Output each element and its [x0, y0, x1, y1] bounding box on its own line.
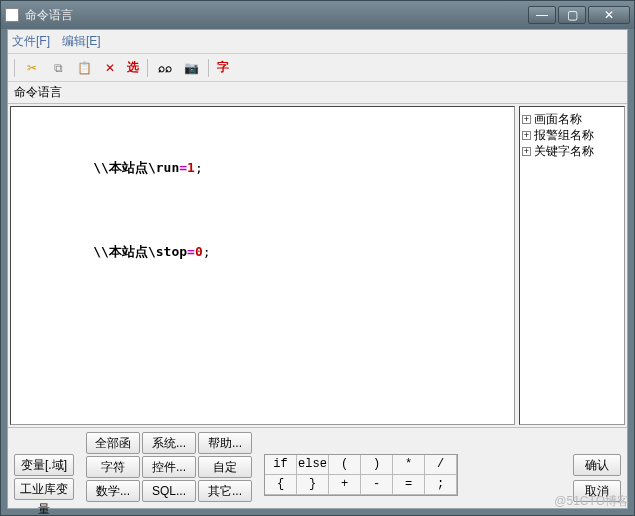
- ok-button[interactable]: 确认: [573, 454, 621, 476]
- op-if[interactable]: if: [265, 455, 297, 475]
- math-funcs-button[interactable]: 数学...: [86, 480, 140, 502]
- tree-item[interactable]: + 关键字名称: [522, 143, 622, 159]
- op-rparen[interactable]: ): [361, 455, 393, 475]
- op-mul[interactable]: *: [393, 455, 425, 475]
- industry-var-button[interactable]: 工业库变量: [14, 478, 74, 500]
- client-area: 文件[F] 编辑[E] ✂ ⧉ 📋 ✕ 选 ⌕⌕ 📷 字 命令语言 \\本站点\…: [7, 29, 628, 509]
- expand-icon[interactable]: +: [522, 115, 531, 124]
- var-domain-button[interactable]: 变量[.域]: [14, 454, 74, 476]
- code-line: \\本站点\stop=0;: [15, 225, 510, 279]
- system-button[interactable]: 系统...: [142, 432, 196, 454]
- menu-edit[interactable]: 编辑[E]: [62, 33, 101, 50]
- font-button[interactable]: 字: [217, 59, 229, 76]
- code-editor[interactable]: \\本站点\run=1; \\本站点\stop=0;: [10, 106, 515, 425]
- expand-icon[interactable]: +: [522, 147, 531, 156]
- window-title: 命令语言: [25, 7, 528, 24]
- tree-panel: + 画面名称 + 报警组名称 + 关键字名称: [519, 106, 625, 425]
- all-funcs-button[interactable]: 全部函数: [86, 432, 140, 454]
- expand-icon[interactable]: +: [522, 131, 531, 140]
- toolbar: ✂ ⧉ 📋 ✕ 选 ⌕⌕ 📷 字: [8, 54, 627, 82]
- operator-grid: if else ( ) * / { } + - = ;: [264, 454, 458, 496]
- op-div[interactable]: /: [425, 455, 457, 475]
- menu-file[interactable]: 文件[F]: [12, 33, 50, 50]
- tree-item[interactable]: + 报警组名称: [522, 127, 622, 143]
- op-lbrace[interactable]: {: [265, 475, 297, 495]
- help-button[interactable]: 帮助...: [198, 432, 252, 454]
- find-icon[interactable]: ⌕⌕: [156, 59, 174, 77]
- select-button[interactable]: 选: [127, 59, 139, 76]
- op-plus[interactable]: +: [329, 475, 361, 495]
- close-button[interactable]: ✕: [588, 6, 630, 24]
- sql-button[interactable]: SQL...: [142, 480, 196, 502]
- cut-icon[interactable]: ✂: [23, 59, 41, 77]
- workarea: \\本站点\run=1; \\本站点\stop=0; + 画面名称 + 报警组名…: [8, 104, 627, 427]
- paste-icon[interactable]: 📋: [75, 59, 93, 77]
- tree-item[interactable]: + 画面名称: [522, 111, 622, 127]
- string-funcs-button[interactable]: 字符串...: [86, 456, 140, 478]
- tree-label: 报警组名称: [534, 127, 594, 143]
- app-icon: [5, 8, 19, 22]
- tree-label: 关键字名称: [534, 143, 594, 159]
- delete-icon[interactable]: ✕: [101, 59, 119, 77]
- bottom-panel: 变量[.域] 工业库变量 全部函数 系统... 帮助... 字符串... 控件.…: [8, 427, 627, 508]
- op-lparen[interactable]: (: [329, 455, 361, 475]
- code-line: \\本站点\run=1;: [15, 141, 510, 195]
- other-button[interactable]: 其它...: [198, 480, 252, 502]
- panel-label: 命令语言: [8, 82, 627, 104]
- op-rbrace[interactable]: }: [297, 475, 329, 495]
- tree-label: 画面名称: [534, 111, 582, 127]
- op-else[interactable]: else: [297, 455, 329, 475]
- camera-icon[interactable]: 📷: [182, 59, 200, 77]
- titlebar: 命令语言 — ▢ ✕: [1, 1, 634, 29]
- copy-icon[interactable]: ⧉: [49, 59, 67, 77]
- cancel-button[interactable]: 取消: [573, 480, 621, 502]
- op-semi[interactable]: ;: [425, 475, 457, 495]
- op-minus[interactable]: -: [361, 475, 393, 495]
- controls-button[interactable]: 控件...: [142, 456, 196, 478]
- app-window: 命令语言 — ▢ ✕ 文件[F] 编辑[E] ✂ ⧉ 📋 ✕ 选 ⌕⌕ 📷 字 …: [0, 0, 635, 516]
- custom-button[interactable]: 自定义...: [198, 456, 252, 478]
- minimize-button[interactable]: —: [528, 6, 556, 24]
- maximize-button[interactable]: ▢: [558, 6, 586, 24]
- op-eq[interactable]: =: [393, 475, 425, 495]
- menubar: 文件[F] 编辑[E]: [8, 30, 627, 54]
- window-controls: — ▢ ✕: [528, 6, 630, 24]
